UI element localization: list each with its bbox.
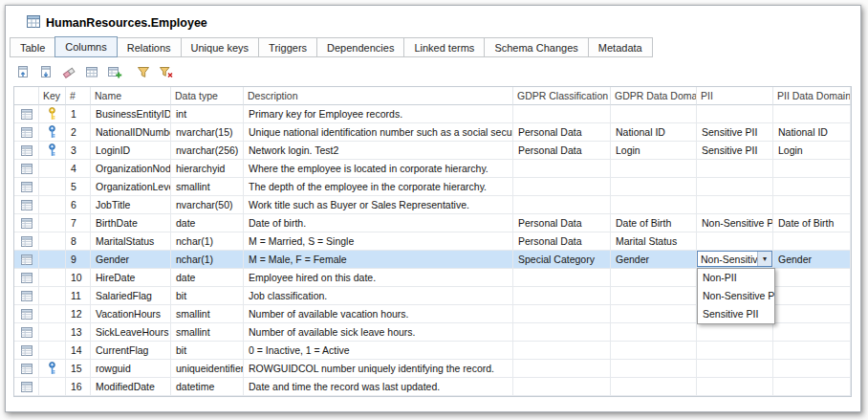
cell-desc[interactable]: ROWGUIDCOL number uniquely identifying t… — [244, 360, 513, 378]
cell-type[interactable]: nchar(1) — [171, 232, 244, 251]
cell-gdpr_domain[interactable] — [611, 360, 697, 378]
cell-num[interactable]: 9 — [66, 251, 91, 269]
cell-name[interactable]: VacationHours — [91, 305, 171, 323]
column-header-description[interactable]: Description — [244, 87, 513, 105]
key-cell[interactable] — [39, 251, 66, 269]
cell-type[interactable]: date — [171, 269, 244, 287]
cell-pii_domain[interactable] — [773, 232, 851, 251]
table-row[interactable]: 4OrganizationNodehierarchyidWhere the em… — [14, 160, 851, 178]
table-row[interactable]: 13SickLeaveHourssmallintNumber of availa… — [14, 323, 851, 342]
table-add-button[interactable] — [104, 62, 124, 82]
key-cell[interactable] — [39, 214, 66, 232]
cell-pii_domain[interactable] — [773, 105, 851, 123]
cell-num[interactable]: 6 — [66, 196, 91, 214]
cell-gdpr_domain[interactable]: Gender — [611, 251, 697, 269]
cell-gdpr_class[interactable]: Personal Data — [513, 214, 611, 232]
tab-triggers[interactable]: Triggers — [258, 37, 317, 57]
cell-pii_domain[interactable]: Login — [773, 142, 851, 160]
cell-pii_domain[interactable]: National ID — [773, 123, 851, 142]
unique-key-cell[interactable] — [39, 142, 66, 160]
tab-schema-changes[interactable]: Schema Changes — [484, 37, 588, 57]
cell-gdpr_class[interactable] — [513, 378, 611, 396]
cell-num[interactable]: 7 — [66, 214, 91, 232]
key-cell[interactable] — [39, 305, 66, 323]
table-row[interactable]: 14CurrentFlagbit0 = Inactive, 1 = Active — [14, 342, 851, 360]
column-header-gdpr-data-domain[interactable]: GDPR Data Domain — [611, 87, 697, 105]
cell-num[interactable]: 15 — [66, 360, 91, 378]
cell-name[interactable]: JobTitle — [91, 196, 171, 214]
row-selector[interactable] — [14, 378, 39, 396]
unique-key-cell[interactable] — [39, 360, 66, 378]
cell-name[interactable]: OrganizationLevel — [91, 178, 171, 196]
cell-gdpr_class[interactable] — [513, 323, 611, 342]
table-row[interactable]: 1BusinessEntityIDintPrimary key for Empl… — [14, 105, 851, 123]
cell-num[interactable]: 11 — [66, 287, 91, 305]
eraser-button[interactable] — [58, 62, 78, 82]
cell-gdpr_class[interactable] — [513, 342, 611, 360]
cell-type[interactable]: smallint — [171, 305, 244, 323]
cell-pii[interactable] — [697, 323, 773, 342]
cell-num[interactable]: 8 — [66, 232, 91, 251]
row-selector[interactable] — [14, 305, 39, 323]
column-header-pii-data-domain[interactable]: PII Data Domain — [773, 87, 851, 105]
cell-gdpr_class[interactable] — [513, 160, 611, 178]
key-cell[interactable] — [39, 178, 66, 196]
key-cell[interactable] — [39, 160, 66, 178]
cell-desc[interactable]: M = Married, S = Single — [244, 232, 513, 251]
cell-pii_domain[interactable] — [773, 342, 851, 360]
cell-name[interactable]: ModifiedDate — [91, 378, 171, 396]
cell-pii[interactable] — [697, 160, 773, 178]
cell-name[interactable]: NationalIDNumber — [91, 123, 171, 142]
dropdown-option-sensitive-pii[interactable]: Sensitive PII — [698, 305, 774, 323]
cell-desc[interactable]: Employee hired on this date. — [244, 269, 513, 287]
table-row[interactable]: 6JobTitlenvarchar(50)Work title such as … — [14, 196, 851, 214]
row-selector[interactable] — [14, 142, 39, 160]
cell-name[interactable]: MaritalStatus — [91, 232, 171, 251]
cell-pii_domain[interactable] — [773, 196, 851, 214]
tab-columns[interactable]: Columns — [54, 36, 117, 57]
cell-desc[interactable]: Unique national identification number su… — [244, 123, 513, 142]
cell-name[interactable]: rowguid — [91, 360, 171, 378]
cell-pii[interactable] — [697, 360, 773, 378]
cell-gdpr_domain[interactable] — [611, 287, 697, 305]
cell-pii[interactable]: Non-Sensitive PII — [697, 214, 773, 232]
cell-type[interactable]: smallint — [171, 323, 244, 342]
cell-gdpr_class[interactable] — [513, 269, 611, 287]
row-selector[interactable] — [14, 323, 39, 342]
cell-name[interactable]: CurrentFlag — [91, 342, 171, 360]
row-selector[interactable] — [14, 160, 39, 178]
cell-type[interactable]: uniqueidentifier — [171, 360, 244, 378]
tab-relations[interactable]: Relations — [117, 37, 182, 57]
table-row[interactable]: 8MaritalStatusnchar(1)M = Married, S = S… — [14, 232, 851, 251]
row-selector[interactable] — [14, 360, 39, 378]
cell-gdpr_domain[interactable]: Date of Birth — [611, 214, 697, 232]
key-cell[interactable] — [39, 196, 66, 214]
cell-gdpr_class[interactable]: Personal Data — [513, 123, 611, 142]
cell-type[interactable]: bit — [171, 342, 244, 360]
tab-unique-keys[interactable]: Unique keys — [181, 37, 260, 57]
cell-num[interactable]: 1 — [66, 105, 91, 123]
cell-name[interactable]: OrganizationNode — [91, 160, 171, 178]
cell-gdpr_class[interactable] — [513, 360, 611, 378]
dropdown-option-non-sensitive-pii[interactable]: Non-Sensitive PII — [698, 287, 774, 305]
tab-table[interactable]: Table — [10, 37, 55, 57]
primary-key-cell[interactable] — [39, 105, 66, 123]
cell-num[interactable]: 10 — [66, 269, 91, 287]
cell-type[interactable]: nvarchar(50) — [171, 196, 244, 214]
row-selector[interactable] — [14, 342, 39, 360]
cell-name[interactable]: SickLeaveHours — [91, 323, 171, 342]
table-row[interactable]: 9Gendernchar(1)M = Male, F = FemaleSpeci… — [14, 251, 851, 269]
row-selector[interactable] — [14, 178, 39, 196]
cell-gdpr_domain[interactable] — [611, 305, 697, 323]
row-selector[interactable] — [14, 251, 39, 269]
cell-gdpr_domain[interactable]: Marital Status — [611, 232, 697, 251]
cell-pii[interactable]: Sensitive PII — [697, 123, 773, 142]
cell-desc[interactable]: Number of available vacation hours. — [244, 305, 513, 323]
cell-desc[interactable]: Number of available sick leave hours. — [244, 323, 513, 342]
cell-name[interactable]: BirthDate — [91, 214, 171, 232]
pii-combobox[interactable]: Non-Sensitive▾ — [697, 251, 772, 267]
cell-num[interactable]: 5 — [66, 178, 91, 196]
cell-gdpr_class[interactable] — [513, 196, 611, 214]
table-button[interactable] — [81, 62, 101, 82]
cell-pii[interactable]: Sensitive PII — [697, 142, 773, 160]
